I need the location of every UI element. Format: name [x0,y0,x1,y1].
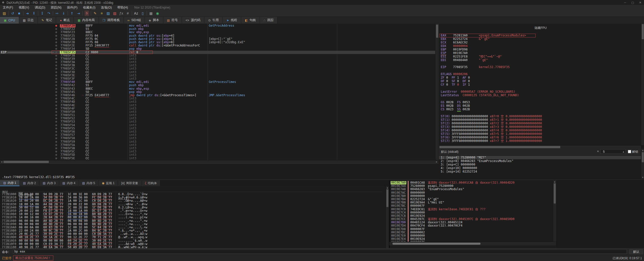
row-dot[interactable] [55,48,57,50]
unlock-checkbox[interactable] [628,150,631,153]
minimize-button[interactable]: ─ [621,0,629,5]
scroll-right-arrow[interactable]: ▸ [435,160,438,163]
close-button[interactable]: ✕ [636,0,644,5]
stack-row[interactable]: 0019E7C074EEDC81返回到 kernelbase.74EEDC81 … [390,208,556,211]
register-row[interactable]: ST(1) 00000000000000000000 x87r1 空 0.000… [439,118,641,122]
register-row[interactable]: EFLAGS00000206 [439,72,641,76]
register-row[interactable]: ST(2) 00000000000000000000 x87r2 空 0.000… [439,122,641,125]
trace-over-icon[interactable]: ▨ [105,11,111,16]
register-row[interactable]: CF 0 TF 0 IF 1 [439,83,641,86]
register-row[interactable]: EBX02252724&"`gE" [439,37,641,41]
step-down-icon[interactable]: ⇓ [60,11,67,16]
tab-trace[interactable]: ∴跟踪 [260,17,278,24]
dump-row[interactable]: 772B107014 00 16 0028 84 2B 7700 00 02 0… [0,216,382,219]
row-dot[interactable] [55,58,57,60]
row-dot[interactable] [55,158,57,159]
update-icon[interactable]: ◉ [154,11,161,16]
argument-row[interactable]: 2: [esp+8] 00466283 "EnumProcessModules" [439,159,641,163]
tab-notes[interactable]: ✎笔记 [38,17,56,24]
spin-up-icon[interactable]: ▲ [622,149,625,154]
register-row[interactable]: ST(7) 3FFF8000000000000000 x87r7 空 1.000… [439,139,641,143]
tab-script[interactable]: ◈脚本 [145,17,163,24]
title-bar[interactable]: ❖ DaXXoR(32).ExE - PID: 12340 - 模块: kern… [0,0,644,5]
hash-icon[interactable]: # [125,11,131,16]
row-dot[interactable] [55,91,57,93]
pause-icon[interactable]: ‖ [31,11,37,16]
row-dot[interactable] [55,105,57,106]
dump-vscrollbar[interactable]: ▴ [386,186,389,248]
disasm-row[interactable]: 77085F4255push ebp [0,84,435,87]
stack-row[interactable]: 0019E7A800466283"EnumProcessModules" [390,188,556,191]
row-dot[interactable] [55,61,57,63]
assemble-icon[interactable]: Az [133,11,139,16]
scrollbar-thumb[interactable] [554,183,556,203]
disasm-row[interactable]: 77085F25FF75 04push dword ptr ss:[ebp+4] [0,34,435,37]
row-dot[interactable] [55,147,57,149]
disasm-row[interactable]: 77085F5ECCint3 [0,157,435,160]
row-dot[interactable] [55,78,57,80]
row-dot[interactable] [55,55,57,57]
fx-icon[interactable]: ƒx [118,11,125,16]
dump-row[interactable]: 772B109006 00 08 00A8 8D 2B 7706 00 08 0… [0,223,382,226]
row-dot[interactable] [55,124,57,126]
patch-icon[interactable]: ✎ [92,11,98,16]
run-icon[interactable]: ➜ [24,11,31,16]
disasm-row[interactable]: 77085F4DCCint3 [0,100,435,103]
dump-tab-memory-5[interactable]: ▤内存 5 [79,180,98,186]
scrollbar-thumb[interactable] [642,24,644,39]
row-dot[interactable] [55,45,57,46]
dump-tab-watch-1[interactable]: ◉监视 1 [99,180,118,186]
breakpoint-dot[interactable] [55,25,57,27]
row-dot[interactable] [55,38,57,40]
registers-pane[interactable]: EAX752813A0<psapi.EnumProcessModules>EBX… [439,24,641,145]
tab-threads[interactable]: ➤线程 [223,17,241,24]
register-row[interactable]: ST(5) 3FFF8000000000000000 x87r5 空 1.000… [439,132,641,136]
scrollbar-thumb[interactable] [392,243,480,245]
row-dot[interactable] [55,114,57,116]
disasm-row[interactable]: 77085F35C2 0800ret 8 [0,51,435,54]
stack-vscrollbar[interactable]: ▴ [553,180,556,242]
stack-row[interactable]: 0019E7D400470CF4daxxor(32).00470CF4 [390,224,556,227]
dump-row[interactable]: 772B10201E 00 20 00DC D8 2B 771A 00 1C 0… [0,199,382,202]
register-row[interactable]: ESI02251FE8"喷C"==&"`~@" [439,55,641,58]
register-row[interactable]: ST(4) 00000000000000000000 x87r4 空 0.000… [439,129,641,132]
argument-row[interactable]: 3: [esp+C] 00000000 [439,163,641,166]
disasm-row[interactable]: 77085F38CCint3 [0,54,435,57]
dump-tab-struct[interactable]: ζ结构体 [142,180,160,186]
stack-row[interactable]: 0019E7AC00000000 [390,191,556,194]
memory-dump-pane[interactable]: 地址 十六进制 ASCII 772B100036 00 38 0094 D9 2… [0,186,389,248]
row-dot[interactable] [55,128,57,129]
dump-row[interactable]: 772B10E000 00 00 0000 00 00 0060 24 2E 7… [0,239,382,242]
row-dot[interactable] [55,88,57,90]
trace-into-icon[interactable]: ▨ [111,11,118,16]
disasm-vscrollbar[interactable] [435,24,439,160]
dump-row[interactable]: 772B110040 98 2E 7740 EA 3A 7750 A9 2D 7… [0,246,382,248]
scroll-down-arrow[interactable]: ▾ [641,176,644,179]
disasm-row[interactable]: 77085F54CCint3 [0,124,435,127]
step-over-icon[interactable]: ↷ [46,11,52,16]
command-input[interactable] [13,249,627,254]
disasm-row[interactable]: 77085F4FCCint3 [0,107,435,110]
dump-tab-memory-4[interactable]: ▤内存 4 [59,180,79,186]
dump-tab-memory-2[interactable]: ▤内存 2 [20,180,39,186]
dump-row[interactable]: 772B104030 00 32 004C D8 2B 772C 00 2E 0… [0,206,382,209]
tab-references[interactable]: ⊙引用 [204,17,223,24]
hide-fpu-button[interactable]: 隐藏FPU [535,26,547,30]
row-dot[interactable] [55,141,57,143]
disasm-row[interactable]: 77085F3CCCint3 [0,67,435,70]
disasm-row[interactable]: 77085F5DCCint3 [0,153,435,156]
row-dot[interactable] [55,131,57,133]
row-dot[interactable] [55,121,57,123]
register-row[interactable] [439,86,641,90]
disasm-row[interactable]: 77085F4ECCint3 [0,104,435,107]
menu-item-帮[interactable]: 帮助(H) [114,5,131,10]
row-dot[interactable] [55,111,57,113]
dump-row[interactable]: 772B108006 00 08 00A0 8D 2B 7706 00 08 0… [0,219,382,223]
register-row[interactable]: GS 002B FS 0053 [439,100,641,104]
tab-breakpoints[interactable]: ●断点 [56,17,74,24]
register-row[interactable]: EAX752813A0<psapi.EnumProcessModules> [439,34,641,37]
step-into-icon[interactable]: ↧ [39,11,46,16]
scrollbar-thumb[interactable] [4,161,49,163]
row-dot[interactable] [55,28,57,30]
scrollbar-thumb[interactable] [642,152,644,162]
